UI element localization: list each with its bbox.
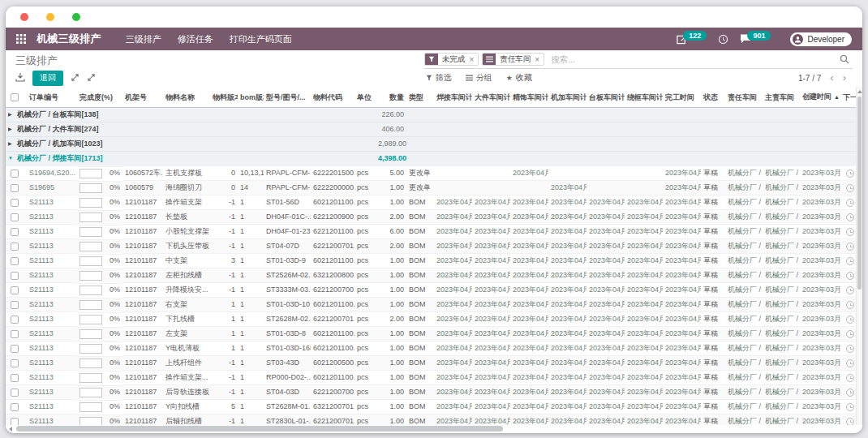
cell-material-name[interactable]: 长垫板 (163, 210, 210, 225)
cell-uom[interactable]: pcs (355, 268, 376, 283)
cell-finishing-plan[interactable]: 2023年04月... (510, 400, 548, 414)
cell-main-workshop[interactable]: 机械分厂 / ... (763, 327, 800, 341)
cell-bom-version[interactable]: 1 (238, 225, 264, 239)
column-header[interactable]: 创建时间▲ (800, 87, 840, 108)
cell-material-name[interactable]: 上线杆组件 (163, 356, 210, 371)
cell-material-name[interactable]: 操作箱支架 (163, 195, 210, 210)
record-row[interactable]: S211130%12101187长垫板-11DH04F-01C-...62212… (6, 210, 858, 225)
cell-resp-workshop[interactable]: 机械分厂 / ... (725, 283, 763, 298)
progress-input[interactable] (79, 373, 102, 383)
cell-qty[interactable]: 2.00 (376, 210, 406, 225)
cell-frame-plan[interactable]: 2023年04月... (625, 341, 663, 356)
activity-clock-icon[interactable] (846, 199, 854, 207)
cell-created[interactable]: 2023年03月... (800, 166, 840, 181)
cell-platen-plan[interactable]: 2023年04月... (587, 210, 625, 225)
cell-resp-workshop[interactable]: 机械分厂 / ... (725, 414, 763, 426)
cell-created[interactable]: 2023年03月... (800, 414, 840, 426)
cell-progress[interactable]: 0% (77, 371, 122, 384)
cell-type[interactable]: BOM (406, 225, 434, 239)
cell-order-no[interactable]: S21113 (27, 414, 77, 426)
cell-frame-plan[interactable] (625, 181, 663, 195)
cell-qty[interactable]: 2.00 (376, 239, 406, 254)
cell-rack-no[interactable]: 12101187 (122, 268, 163, 283)
record-row[interactable]: S196950%1060579海绵圈切刀014RPAPL-CFM-...6222… (6, 181, 858, 195)
cell-machining-plan[interactable]: 2023年04月... (548, 268, 587, 283)
cell-created[interactable]: 2023年03月... (800, 210, 840, 225)
cell-uom[interactable]: pcs (355, 327, 376, 341)
cell-model-no[interactable]: ST04-03D (264, 385, 311, 400)
cell-machining-plan[interactable]: 2023年04月... (548, 210, 587, 225)
cell-platen-plan[interactable] (587, 166, 625, 181)
cell-model-no[interactable]: RPAPL-CFM-... (264, 166, 311, 181)
record-row[interactable]: S211130%12101187后导轨连接板-11ST04-03D6221200… (6, 385, 858, 400)
cell-material-name[interactable]: 中支架 (163, 254, 210, 268)
cell-resp-workshop[interactable]: 机械分厂 / ... (725, 400, 763, 414)
cell-platen-plan[interactable]: 2023年04月... (587, 414, 625, 426)
cell-rack-no[interactable]: 12101187 (122, 254, 163, 268)
cell-large-part-plan[interactable]: 2023年04月... (472, 327, 510, 341)
cell-order-no[interactable]: S21113 (27, 210, 77, 225)
record-row[interactable]: S211130%12101187操作箱支架...-11RP000-D02-...… (6, 371, 858, 385)
cell-platen-plan[interactable]: 2023年04月... (587, 385, 625, 400)
cell-model-no[interactable]: ST01-03D-9 (264, 254, 311, 268)
cell-uom[interactable]: pcs (355, 181, 376, 195)
activity-clock-icon[interactable] (846, 316, 854, 324)
cell-machining-plan[interactable]: 2023年04月... (548, 356, 587, 371)
column-header[interactable]: 绕框车间计... (625, 87, 663, 108)
cell-material-name[interactable]: 左柜扣线槽 (163, 268, 210, 283)
record-row[interactable]: S211130%12101187操作箱支架-11ST01-56D60212011… (6, 195, 858, 210)
column-header[interactable]: 机架号 (122, 87, 163, 108)
cell-status[interactable]: 草稿 (701, 239, 725, 254)
cell-created[interactable]: 2023年03月... (800, 283, 840, 298)
cell-resp-workshop[interactable]: 机械分厂 / ... (725, 225, 763, 239)
cell-frame-plan[interactable]: 2023年04月... (625, 400, 663, 414)
cell-select[interactable] (6, 181, 27, 195)
cell-rack-no[interactable]: 12101187 (122, 239, 163, 254)
row-checkbox[interactable] (11, 374, 19, 382)
cell-machining-plan[interactable]: 2023年04月... (548, 181, 587, 195)
cell-weld-plan[interactable] (434, 181, 472, 195)
cell-material-code[interactable]: 6221200900... (311, 210, 355, 225)
cell-finishing-plan[interactable]: 2023年04月... (510, 254, 548, 268)
cell-type[interactable]: BOM (406, 312, 434, 327)
record-row[interactable]: S211130%12101187左支架11ST01-03D-8602120110… (6, 327, 858, 341)
cell-finish-time[interactable]: 2023年04月... (663, 414, 701, 426)
cell-created[interactable]: 2023年03月... (800, 195, 840, 210)
cell-bom-version[interactable]: 1 (238, 341, 264, 356)
progress-input[interactable] (79, 344, 102, 354)
cell-resp-workshop[interactable]: 机械分厂 / ... (725, 210, 763, 225)
cell-progress[interactable]: 0% (77, 298, 122, 311)
cell-machining-plan[interactable]: 2023年04月... (548, 385, 587, 400)
cell-uom[interactable]: pcs (355, 356, 376, 371)
activity-clock-icon[interactable] (846, 228, 854, 236)
cell-material-code[interactable]: 6222200000... (311, 181, 355, 195)
cell-bom-version[interactable]: 1 (238, 239, 264, 254)
cell-progress[interactable]: 0% (77, 341, 122, 355)
cell-material-code[interactable]: 6221200701... (311, 239, 355, 254)
cell-model-no[interactable]: DH04F-01C-... (264, 210, 311, 225)
cell-resp-workshop[interactable]: 机械分厂 / ... (725, 341, 763, 356)
cell-weld-plan[interactable]: 2023年04月... (434, 210, 472, 225)
cell-frame-plan[interactable]: 2023年04月... (625, 268, 663, 283)
cell-order-no[interactable]: S21113 (27, 341, 77, 356)
cell-main-workshop[interactable]: 机械分厂 / ... (763, 239, 800, 254)
activity-clock-icon[interactable] (846, 374, 854, 382)
cell-uom[interactable]: pcs (355, 283, 376, 298)
cell-rack-no[interactable]: 12101187 (122, 195, 163, 210)
activity-clock-icon[interactable] (846, 345, 854, 353)
cell-finish-time[interactable]: 2023年04月... (663, 166, 701, 181)
record-row[interactable]: S19694,S20...0%1060572车...主机支撑板010,13,14… (6, 166, 858, 181)
cell-status[interactable]: 草稿 (701, 371, 725, 385)
cell-type[interactable]: BOM (406, 210, 434, 225)
cell-progress[interactable]: 0% (77, 268, 122, 282)
cell-machining-plan[interactable] (548, 166, 587, 181)
cell-frame-plan[interactable]: 2023年04月... (625, 327, 663, 341)
cell-large-part-plan[interactable]: 2023年04月... (472, 210, 510, 225)
cell-qty[interactable]: 2.00 (376, 312, 406, 327)
cell-type[interactable]: BOM (406, 327, 434, 341)
cell-material-version[interactable]: 0 (210, 166, 238, 181)
cell-material-version[interactable]: -1 (210, 268, 238, 283)
cell-weld-plan[interactable]: 2023年04月... (434, 371, 472, 385)
cell-weld-plan[interactable]: 2023年04月... (434, 414, 472, 426)
activity-clock-icon[interactable] (846, 359, 854, 367)
